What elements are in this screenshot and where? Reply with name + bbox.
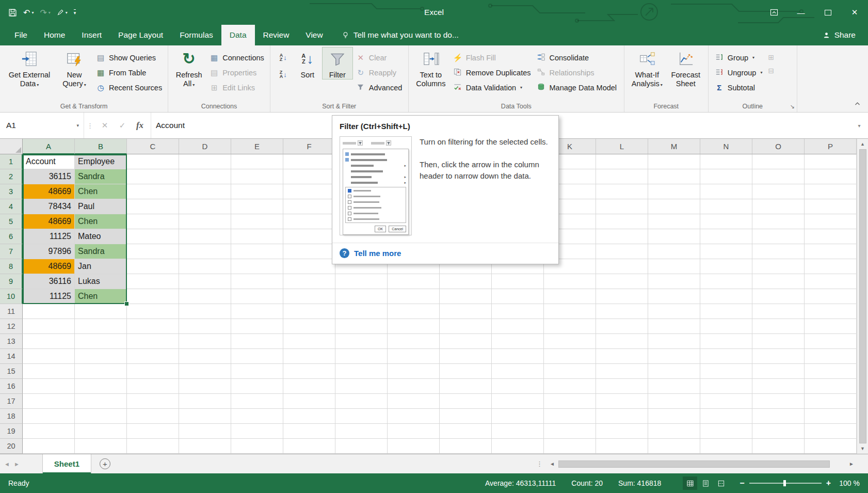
scroll-left-icon[interactable]: ◄ xyxy=(547,461,557,467)
tab-review[interactable]: Review xyxy=(255,25,298,45)
column-header-D[interactable]: D xyxy=(179,139,231,154)
row-header-1[interactable]: 1 xyxy=(0,154,23,169)
cell-B7[interactable]: Sandra xyxy=(75,244,126,259)
cell-A2[interactable]: 36115 xyxy=(23,169,74,184)
row-header-10[interactable]: 10 xyxy=(0,289,23,304)
tell-me-more-link[interactable]: Tell me more xyxy=(354,249,401,258)
vertical-scroll-thumb[interactable] xyxy=(859,149,866,443)
row-header-11[interactable]: 11 xyxy=(0,304,23,319)
row-header-4[interactable]: 4 xyxy=(0,199,23,214)
status-count[interactable]: Count: 20 xyxy=(571,479,603,487)
subtotal-button[interactable]: ΣSubtotal xyxy=(712,81,765,94)
row-header-2[interactable]: 2 xyxy=(0,169,23,184)
column-header-O[interactable]: O xyxy=(752,139,805,154)
hide-detail-button[interactable]: ⊟ xyxy=(768,67,774,75)
row-header-8[interactable]: 8 xyxy=(0,259,23,274)
row-header-14[interactable]: 14 xyxy=(0,349,23,364)
column-header-F[interactable]: F xyxy=(283,139,335,154)
zoom-slider-thumb[interactable] xyxy=(783,480,786,486)
from-table-button[interactable]: ▦From Table xyxy=(93,66,165,79)
row-header-9[interactable]: 9 xyxy=(0,274,23,289)
recent-sources-button[interactable]: ◷Recent Sources xyxy=(93,81,165,94)
minimize-button[interactable]: — xyxy=(787,0,814,25)
tab-home[interactable]: Home xyxy=(36,25,73,45)
cell-B10[interactable]: Chen xyxy=(75,289,126,304)
remove-duplicates-button[interactable]: Remove Duplicates xyxy=(450,66,534,79)
show-detail-button[interactable]: ⊞ xyxy=(768,53,774,61)
cell-B1[interactable]: Employee xyxy=(75,154,126,169)
sheet-nav-left-icon[interactable]: ◄ xyxy=(0,454,14,473)
column-header-E[interactable]: E xyxy=(231,139,283,154)
refresh-all-button[interactable]: ↻ Refresh All▾ xyxy=(171,47,206,88)
show-queries-button[interactable]: ▤Show Queries xyxy=(93,51,165,64)
row-header-15[interactable]: 15 xyxy=(0,364,23,379)
horizontal-scrollbar[interactable]: ◄ ► xyxy=(547,454,857,473)
what-if-analysis-button[interactable]: What-If Analysis▾ xyxy=(628,47,667,88)
page-layout-view-button[interactable] xyxy=(698,476,713,490)
column-header-N[interactable]: N xyxy=(700,139,752,154)
sheet-nav-right-icon[interactable]: ► xyxy=(14,454,24,473)
row-header-7[interactable]: 7 xyxy=(0,244,23,259)
sort-ascending-button[interactable]: AZ↓ xyxy=(275,50,292,65)
tell-me-box[interactable]: Tell me what you want to do... xyxy=(342,25,459,45)
zoom-in-button[interactable]: + xyxy=(826,479,831,488)
tab-insert[interactable]: Insert xyxy=(73,25,110,45)
column-header-A[interactable]: A xyxy=(23,139,75,154)
close-button[interactable]: ✕ xyxy=(841,0,868,25)
collapse-ribbon-button[interactable] xyxy=(854,100,861,109)
zoom-slider[interactable] xyxy=(749,479,822,488)
expand-formula-bar-button[interactable]: ▾ xyxy=(850,113,868,138)
name-box[interactable]: A1▾ xyxy=(0,113,84,138)
tab-data[interactable]: Data xyxy=(221,25,255,45)
row-header-3[interactable]: 3 xyxy=(0,184,23,199)
data-validation-button[interactable]: Data Validation▾ xyxy=(450,81,534,94)
ungroup-button[interactable]: Ungroup▾ xyxy=(712,66,765,79)
formula-bar-splitter[interactable]: ⋮ xyxy=(84,113,96,138)
advanced-filter-button[interactable]: Advanced xyxy=(353,81,405,94)
column-header-M[interactable]: M xyxy=(648,139,700,154)
row-header-18[interactable]: 18 xyxy=(0,409,23,424)
reapply-button[interactable]: ↻Reapply xyxy=(353,66,405,79)
tab-page-layout[interactable]: Page Layout xyxy=(110,25,171,45)
row-header-17[interactable]: 17 xyxy=(0,394,23,409)
cell-A9[interactable]: 36116 xyxy=(23,274,74,289)
status-average[interactable]: Average: 46313,11111 xyxy=(485,479,556,487)
customize-quick-access-button[interactable]: ▾ xyxy=(71,4,79,21)
get-external-data-button[interactable]: Get External Data▾ xyxy=(3,47,56,88)
sheet-tab-sheet1[interactable]: Sheet1 xyxy=(42,454,91,473)
new-query-button[interactable]: New Query▾ xyxy=(56,47,93,88)
relationships-button[interactable]: Relationships xyxy=(534,66,620,79)
share-button[interactable]: Share xyxy=(810,25,868,45)
row-header-13[interactable]: 13 xyxy=(0,334,23,349)
row-header-20[interactable]: 20 xyxy=(0,439,23,454)
row-header-16[interactable]: 16 xyxy=(0,379,23,394)
properties-button[interactable]: ▤Properties xyxy=(206,66,267,79)
group-button[interactable]: Group▾ xyxy=(712,51,765,64)
sort-button[interactable]: AZ↓ Sort xyxy=(293,47,322,79)
undo-button[interactable]: ↶▾ xyxy=(20,4,37,21)
cell-A6[interactable]: 11125 xyxy=(23,229,74,244)
column-header-P[interactable]: P xyxy=(805,139,857,154)
cell-B9[interactable]: Lukas xyxy=(75,274,126,289)
normal-view-button[interactable] xyxy=(683,476,697,490)
insert-function-button[interactable]: fx xyxy=(131,113,149,138)
cancel-button[interactable]: ✕ xyxy=(96,113,114,138)
flash-fill-button[interactable]: ⚡Flash Fill xyxy=(450,51,534,64)
status-sum[interactable]: Sum: 416818 xyxy=(618,479,661,487)
edit-links-button[interactable]: ⊞Edit Links xyxy=(206,81,267,94)
new-sheet-button[interactable]: + xyxy=(100,458,110,469)
scroll-right-icon[interactable]: ► xyxy=(846,461,857,467)
forecast-sheet-button[interactable]: Forecast Sheet xyxy=(667,47,705,88)
select-all-corner[interactable] xyxy=(0,139,23,154)
tab-file[interactable]: File xyxy=(6,25,36,45)
pen-mode-button[interactable]: ▾ xyxy=(54,4,71,21)
redo-button[interactable]: ↷▾ xyxy=(37,4,53,21)
connections-button[interactable]: ▦Connections xyxy=(206,51,267,64)
text-to-columns-button[interactable]: Text to Columns xyxy=(412,47,450,88)
scroll-up-icon[interactable]: ▲ xyxy=(860,141,865,147)
tab-scrollbar-splitter[interactable]: ⋮ xyxy=(532,454,547,473)
zoom-out-button[interactable]: − xyxy=(740,479,744,488)
cell-B2[interactable]: Sandra xyxy=(75,169,126,184)
column-header-C[interactable]: C xyxy=(127,139,179,154)
consolidate-button[interactable]: Consolidate xyxy=(534,51,620,64)
